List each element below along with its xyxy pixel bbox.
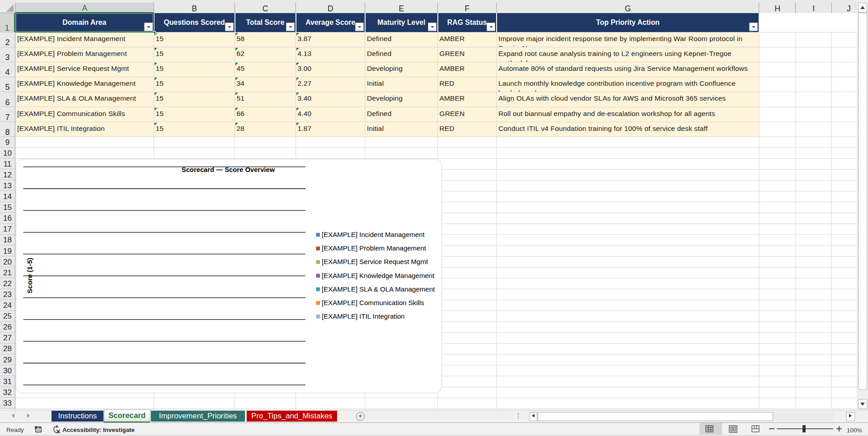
svg-text:Score (1-5): Score (1-5): [26, 257, 33, 293]
